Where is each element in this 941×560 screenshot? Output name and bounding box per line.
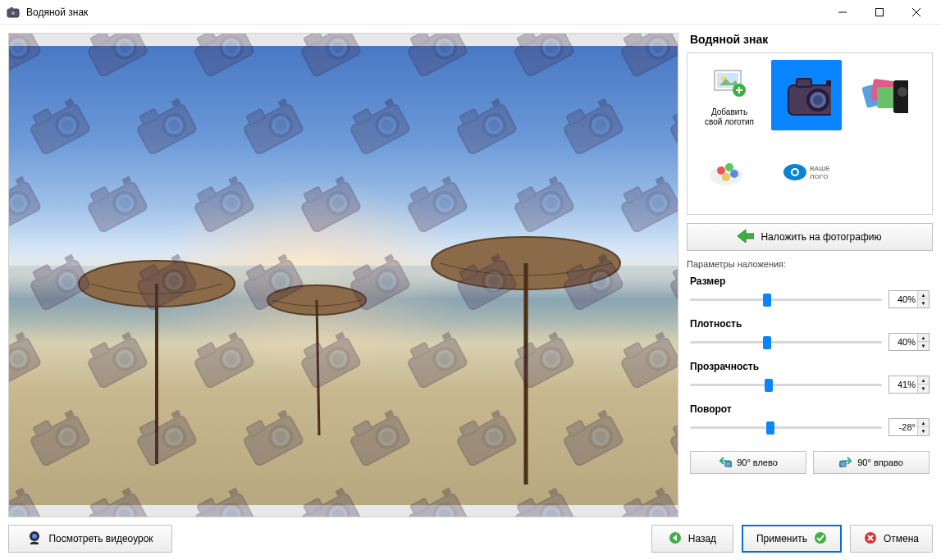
svg-rect-375 [840,462,846,467]
down-arrow-icon[interactable]: ▼ [918,342,929,350]
rotation-spinner[interactable]: -28° ▲▼ [888,418,930,436]
logo-gallery: Добавитьсвой логотип ВАШЕЛОГО [687,52,933,215]
svg-point-367 [730,170,738,178]
apply-button[interactable]: Применить [742,525,842,553]
rotate-right-label: 90° вправо [857,458,903,467]
rotation-value: -28° [889,422,917,432]
watch-video-label: Посмотреть видеоурок [48,533,153,544]
rotation-slider[interactable] [690,419,882,435]
content-area: Водяной знак Добавитьсвой логотип [0,25,941,517]
param-rotation-label: Поворот [690,403,930,415]
param-density-label: Плотность [690,318,930,330]
svg-rect-194 [673,264,678,280]
rotate-right-button[interactable]: 90° вправо [813,451,930,474]
apply-label: Применить [756,533,807,544]
svg-rect-374 [725,462,731,467]
add-logo-button[interactable]: Добавитьсвой логотип [694,60,765,130]
overlay-button-label: Наложить на фотографию [761,231,881,243]
down-arrow-icon[interactable]: ▼ [918,427,929,435]
window-controls [824,0,934,25]
watch-video-button[interactable]: Посмотреть видеоурок [8,525,172,553]
back-label: Назад [688,533,716,544]
svg-rect-4 [875,8,883,16]
svg-point-363 [898,87,907,97]
density-spinner[interactable]: 40% ▲▼ [888,333,930,351]
rotate-left-icon [719,456,732,469]
param-density: Плотность 40% ▲▼ [687,316,933,357]
cancel-button[interactable]: Отмена [850,525,933,553]
window-title: Водяной знак [26,7,824,18]
down-arrow-icon[interactable]: ▼ [918,299,929,307]
param-rotation: Поворот -28° ▲▼ [687,402,933,443]
minimize-button[interactable] [824,0,861,25]
webcam-icon [27,530,42,548]
svg-point-371 [793,170,797,175]
param-size-label: Размер [690,275,930,287]
svg-rect-362 [893,80,908,113]
size-value: 40% [889,294,917,304]
side-heading: Водяной знак [687,33,933,46]
preview-panel [8,33,678,517]
density-slider[interactable] [690,334,882,350]
opacity-slider[interactable] [690,376,882,393]
close-button[interactable] [898,0,934,25]
params-section-label: Параметры наложения: [687,259,933,269]
logo-preset-photos[interactable] [848,60,919,130]
svg-text:ВАШЕ: ВАШЕ [810,165,830,172]
rotate-left-label: 90° влево [737,458,778,467]
svg-point-368 [722,173,730,181]
cancel-icon [864,531,877,547]
svg-point-365 [717,166,725,175]
size-spinner[interactable]: 40% ▲▼ [888,290,930,308]
svg-rect-354 [797,79,811,87]
cancel-label: Отмена [884,533,919,544]
back-button[interactable]: Назад [651,525,733,553]
rotate-left-button[interactable]: 90° влево [690,451,806,474]
svg-point-366 [725,163,733,171]
param-size: Размер 40% ▲▼ [687,274,933,315]
app-icon [7,6,20,19]
svg-rect-290 [673,420,678,436]
preview-image [9,46,678,505]
titlebar: Водяной знак [0,0,941,25]
rotate-buttons-row: 90° влево 90° вправо [687,451,933,474]
params-group: Размер 40% ▲▼ Плотность [687,274,933,443]
up-arrow-icon[interactable]: ▲ [918,291,929,299]
param-opacity: Прозрачность 41% ▲▼ [687,359,933,400]
svg-rect-98 [673,108,678,125]
up-arrow-icon[interactable]: ▲ [918,376,929,385]
svg-text:ЛОГО: ЛОГО [810,173,829,180]
param-opacity-label: Прозрачность [690,361,930,372]
footer: Посмотреть видеоурок Назад Применить Отм… [0,517,941,560]
maximize-button[interactable] [861,0,898,25]
size-slider[interactable] [690,291,882,307]
side-panel: Водяной знак Добавитьсвой логотип [687,33,933,517]
check-icon [814,531,827,547]
opacity-value: 41% [889,380,917,389]
overlay-on-photo-button[interactable]: Наложить на фотографию [687,223,933,251]
svg-point-379 [815,532,826,544]
up-arrow-icon[interactable]: ▲ [918,419,929,427]
density-value: 40% [889,337,917,347]
arrow-left-icon [669,531,682,547]
svg-point-1 [11,11,16,16]
down-arrow-icon[interactable]: ▼ [918,385,929,393]
rotate-right-icon [839,456,852,469]
svg-rect-2 [10,7,13,10]
svg-point-377 [32,534,37,539]
add-logo-label: Добавитьсвой логотип [705,107,754,127]
logo-preset-cloud[interactable] [694,137,765,207]
svg-rect-358 [826,80,831,85]
opacity-spinner[interactable]: 41% ▲▼ [888,376,930,394]
up-arrow-icon[interactable]: ▲ [918,334,929,342]
svg-point-357 [813,95,823,105]
logo-preset-camera[interactable] [771,60,842,130]
logo-preset-your-logo[interactable]: ВАШЕЛОГО [771,137,842,207]
arrow-left-green-icon [738,230,754,245]
